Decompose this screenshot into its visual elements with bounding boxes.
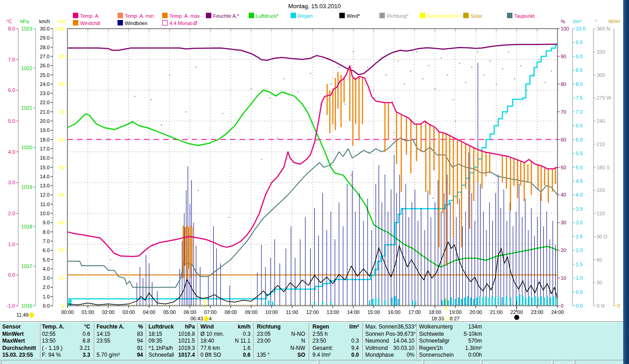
table-cell-label: ( - 1.19 ) <box>42 345 62 352</box>
svg-text:1.5: 1.5 <box>576 262 583 267</box>
table-cell-value: 0.3 <box>243 331 251 338</box>
table-cell-value: 134m <box>468 324 482 330</box>
table-row: LuftdruckhPa <box>148 324 195 330</box>
table-cell-label: Regen <box>312 324 329 330</box>
svg-text:2.0: 2.0 <box>8 211 15 216</box>
series-windb-en <box>137 63 555 306</box>
table-cell-value: °C <box>84 324 90 330</box>
svg-text:70: 70 <box>59 109 64 115</box>
table-row: 23:5594 <box>97 338 143 344</box>
table-cell-label: Sonnen Pos <box>365 331 395 338</box>
table-row: 2:55 h <box>312 331 359 338</box>
svg-text:0.5: 0.5 <box>576 289 583 295</box>
svg-text:28.0: 28.0 <box>40 45 50 50</box>
table-cell-label: 5.70 g/m³ <box>97 352 120 359</box>
table-cell-label: 14:15 <box>97 331 110 338</box>
svg-text:1022: 1022 <box>21 66 32 71</box>
svg-text:60: 60 <box>561 137 566 142</box>
svg-text:23:00: 23:00 <box>531 309 543 315</box>
table-separator <box>253 323 254 359</box>
table-row: Vollmond30.03.10 <box>365 345 414 352</box>
table-row: Sonnenschein0:00h <box>419 352 482 359</box>
svg-text:60: 60 <box>597 257 602 263</box>
table-cell-label: 18:40 <box>200 338 214 344</box>
svg-text:2.0: 2.0 <box>576 248 583 253</box>
table-row: 13:506.8 <box>42 338 90 344</box>
svg-text:16.0: 16.0 <box>40 155 50 161</box>
table-row: 18:151016.8 <box>148 331 195 338</box>
svg-text:21.0: 21.0 <box>40 109 50 115</box>
svg-text:4.0: 4.0 <box>8 149 15 155</box>
table-cell-label: Mondphase <box>365 352 394 359</box>
svg-text:1023: 1023 <box>21 26 32 31</box>
svg-text:14.0: 14.0 <box>40 174 50 179</box>
table-row: Neumond14.04.10 <box>365 338 414 344</box>
table-row: 77.6 km1.6 <box>200 345 251 352</box>
svg-text:08:00: 08:00 <box>225 309 237 315</box>
svg-text:0: 0 <box>617 303 620 308</box>
table-cell-value: 1019.3 <box>178 345 195 352</box>
table-row: 91 <box>97 345 143 352</box>
svg-text:20: 20 <box>561 248 566 253</box>
summary-panel: SensorMinWertMaxWertDurchschnitt15.03. 2… <box>0 321 629 364</box>
table-cell-label: 15.03. 23:55 <box>2 352 33 359</box>
svg-text:6.0: 6.0 <box>43 248 50 253</box>
table-row: 02:550.6 <box>42 331 90 338</box>
table-cell-label: 02:55 <box>42 331 56 338</box>
table-separator <box>198 323 199 359</box>
table-cell-value: N-NO <box>291 331 305 338</box>
table-cell-label: 2:55 h <box>312 331 327 338</box>
table-cell-value: 570m <box>468 338 482 344</box>
svg-text:1.0: 1.0 <box>8 242 15 247</box>
table-row: Schneefallgr570m <box>419 338 482 344</box>
table-cell-value: SO <box>297 352 305 359</box>
table-row: 15.03. 23:55 <box>2 352 39 359</box>
sunset-icon <box>445 317 449 321</box>
svg-text:50: 50 <box>59 165 64 170</box>
svg-text:4.0: 4.0 <box>576 192 583 197</box>
svg-text:80: 80 <box>59 81 64 87</box>
svg-text:5.0: 5.0 <box>8 118 15 124</box>
status-segment <box>1 360 318 364</box>
svg-text:7.0: 7.0 <box>43 238 50 244</box>
table-cell-label: 13:50 <box>42 338 56 344</box>
svg-text:02:00: 02:00 <box>102 309 115 315</box>
table-row: Sichtweite5-10km <box>419 331 482 338</box>
weather-app-window: Montag, 15.03.2010 Temp. A.Temp. A. minT… <box>0 0 629 364</box>
svg-text:17.0: 17.0 <box>40 146 50 152</box>
svg-text:10: 10 <box>59 275 64 281</box>
table-cell-label: Feuchte A. <box>97 324 124 330</box>
svg-text:1016: 1016 <box>21 303 32 308</box>
svg-text:8.0: 8.0 <box>576 81 583 87</box>
svg-text:3.0: 3.0 <box>576 220 583 225</box>
svg-text:180 S: 180 S <box>597 165 610 170</box>
table-cell-label: Durchschnitt <box>2 345 36 352</box>
table-row: Max. Sonnen36,533° <box>365 324 414 330</box>
status-segment <box>553 360 574 364</box>
table-cell-label: Neumond <box>365 338 389 344</box>
table-separator <box>363 323 363 359</box>
table-row: Gesamt:9.4 <box>312 345 359 352</box>
svg-text:0.0: 0.0 <box>576 303 583 308</box>
svg-text:100: 100 <box>561 26 569 31</box>
status-segment <box>319 360 423 364</box>
svg-text:30: 30 <box>59 220 64 225</box>
table-separator <box>40 323 41 359</box>
svg-text:6.5: 6.5 <box>576 123 583 128</box>
svg-text:20: 20 <box>59 248 64 253</box>
svg-text:3.0: 3.0 <box>43 275 50 281</box>
svg-text:5.5: 5.5 <box>576 151 583 156</box>
svg-text:0: 0 <box>61 303 64 308</box>
table-row: Ø 10 min.0.3 <box>200 331 251 338</box>
table-cell-label: ^1.1hPa/h <box>148 345 173 352</box>
svg-text:2.0: 2.0 <box>43 284 50 290</box>
table-cell-value: 5-10km <box>464 331 482 338</box>
sunset-extra: 8:27 <box>450 316 460 321</box>
table-cell-label: 9.4 l/m² <box>312 352 331 359</box>
svg-text:12.0: 12.0 <box>40 192 50 197</box>
table-row: 9.4 l/m²0.0 <box>312 352 359 359</box>
status-segment <box>482 360 552 364</box>
table-row: Sonnen Pos-39,673° <box>365 331 414 338</box>
sunrise-note: 06:434 <box>190 316 212 321</box>
table-cell-label: Schneefallgr <box>419 338 450 344</box>
